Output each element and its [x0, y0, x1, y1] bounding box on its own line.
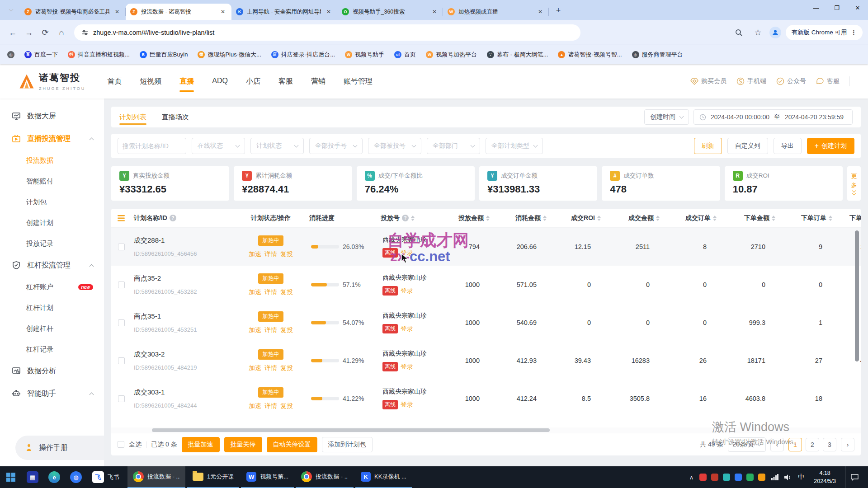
browser-icon[interactable]: ◍ [65, 466, 87, 488]
column-header-下单RO[interactable]: 下单RO [836, 214, 861, 222]
official-account-link[interactable]: 公众号 [776, 77, 806, 85]
bookmark-item[interactable]: ▲诸葛智投-视频号智... [558, 51, 622, 59]
tab-search-button[interactable] [5, 4, 17, 16]
sidebar-item-投流数据[interactable]: 投流数据 [0, 150, 104, 171]
tab-close-icon[interactable]: ✕ [430, 8, 439, 16]
browser-tab[interactable]: K上网导航 - 安全实用的网址导航✕ [231, 4, 337, 20]
start-button[interactable] [0, 466, 22, 488]
login-link[interactable]: 登录 [401, 249, 413, 257]
close-button[interactable]: ✕ [847, 0, 868, 15]
new-tab-button[interactable]: + [552, 4, 565, 17]
tab-close-icon[interactable]: ✕ [113, 8, 121, 16]
reload-button[interactable]: ⟳ [38, 25, 52, 40]
bookmark-item[interactable]: ul首页 [394, 51, 416, 59]
page-size-select[interactable]: 20条/页 [728, 437, 766, 452]
row-checkbox[interactable] [118, 244, 125, 250]
tray-icon-5[interactable] [746, 474, 754, 481]
sidebar-item-杠杆计划[interactable]: 杠杆计划 [0, 297, 104, 318]
chrome-update-chip[interactable]: 有新版 Chrome 可用 ⋮ [786, 25, 863, 40]
nav-item-账号管理[interactable]: 账号管理 [344, 65, 373, 98]
tray-icon-6[interactable] [758, 474, 765, 481]
sort-icon[interactable] [829, 216, 832, 221]
network-icon[interactable] [771, 474, 778, 480]
taskbar-app-KK录像机 ...[interactable]: KKK录像机 ... [355, 466, 412, 488]
op-link-详情[interactable]: 详情 [264, 250, 277, 258]
select-all-label[interactable]: 全选 [129, 441, 142, 449]
row-checkbox[interactable] [118, 395, 125, 402]
action-center-button[interactable] [845, 466, 863, 488]
horizontal-scrollbar-thumb[interactable] [152, 428, 550, 432]
browser-tab[interactable]: O视频号助手_360搜索✕ [337, 4, 443, 20]
filter-select-在线状态[interactable]: 在线状态 [192, 138, 245, 154]
table-row[interactable]: 商点35-1ID:5896261005_453251加热中加速详情复投54.07… [111, 304, 861, 342]
column-settings-button[interactable] [111, 215, 131, 221]
more-stats-button[interactable]: 更多 [847, 166, 861, 201]
op-link-加速[interactable]: 加速 [249, 364, 261, 372]
filter-select-计划状态[interactable]: 计划状态 [250, 138, 304, 154]
back-button[interactable]: ← [5, 25, 20, 40]
custom-columns-button[interactable]: 自定义列 [727, 138, 768, 154]
sort-icon[interactable] [597, 216, 601, 221]
browser-tab[interactable]: Z诸葛智投-视频号电商必备工具✕ [20, 4, 126, 20]
hidden-icons-chevron[interactable]: ∧ [689, 474, 694, 481]
prev-page-button[interactable]: ‹ [770, 438, 784, 451]
column-header-成交订单[interactable]: 成交订单 [663, 214, 720, 222]
home-button[interactable]: ⌂ [54, 25, 69, 40]
browser-menu-icon[interactable]: ⋮ [851, 29, 858, 36]
volume-icon[interactable] [784, 474, 792, 481]
tab-close-icon[interactable]: ✕ [536, 8, 544, 16]
table-row[interactable]: 商点35-2ID:5896261005_453282加热中加速详情复投57.1%… [111, 266, 861, 304]
minimize-button[interactable]: — [806, 0, 826, 15]
bulk-speedup-button[interactable]: 批量加速 [182, 437, 220, 452]
bookmark-item[interactable]: ◎服务商管理平台 [632, 51, 683, 59]
row-checkbox[interactable] [118, 357, 125, 364]
date-range-picker[interactable]: 2024-04-20 00:00:00 至 2024-04-20 23:59:5… [693, 109, 853, 125]
op-link-复投[interactable]: 复投 [280, 250, 293, 258]
nav-item-ADQ[interactable]: ADQ [212, 65, 228, 98]
tab-计划列表[interactable]: 计划列表 [119, 107, 146, 127]
column-header-成交金额[interactable]: 成交金额 [604, 214, 663, 222]
op-link-复投[interactable]: 复投 [280, 364, 293, 372]
op-link-复投[interactable]: 复投 [280, 288, 293, 296]
column-header-计划状态/操作[interactable]: 计划状态/操作 [235, 214, 307, 222]
tray-icon-1[interactable] [699, 474, 707, 481]
op-link-加速[interactable]: 加速 [249, 326, 261, 334]
column-header-下单金额[interactable]: 下单金额 [720, 214, 779, 222]
taskbar-clock[interactable]: 4:18 2024/5/3 [810, 469, 840, 485]
browser-tab[interactable]: Z投流数据 - 诸葛智投✕ [126, 4, 231, 20]
bookmark-item[interactable]: B巨量百应Buyin [140, 51, 188, 59]
bookmark-item[interactable]: ◎ [7, 51, 14, 58]
sidebar-item-智能助手[interactable]: 智能助手 [0, 382, 104, 405]
column-header-消耗进度[interactable]: 消耗进度 [307, 214, 378, 222]
page-button-3[interactable]: 3 [823, 438, 836, 451]
tab-直播场次[interactable]: 直播场次 [162, 107, 189, 127]
row-checkbox[interactable] [118, 282, 125, 288]
vertical-scrollbar[interactable] [855, 230, 859, 380]
tray-icon-4[interactable] [735, 474, 742, 481]
sidebar-item-创建计划[interactable]: 创建计划 [0, 212, 104, 233]
filter-select-全部计划类型[interactable]: 全部计划类型 [486, 138, 543, 154]
pinned-app-icon[interactable]: ▦ [22, 466, 43, 488]
sidebar-item-杠杆投流管理[interactable]: 杠杆投流管理 [0, 254, 104, 277]
browser-tab[interactable]: W加热视频或直播✕ [443, 4, 549, 20]
app-logo[interactable]: 诸葛智投 ZHUGE ZHITOU [18, 71, 85, 91]
page-button-1[interactable]: 1 [788, 438, 802, 451]
column-header-计划名称/ID[interactable]: 计划名称/ID? [131, 214, 235, 222]
bulk-stop-button[interactable]: 批量关停 [224, 437, 262, 452]
bookmark-item[interactable]: W视频号加热平台 [426, 51, 477, 59]
bookmark-item[interactable]: 微微现场Plus-微信大... [198, 51, 261, 59]
op-link-详情[interactable]: 详情 [264, 326, 277, 334]
add-to-package-button[interactable]: 添加到计划包 [322, 437, 373, 452]
manual-button[interactable]: 操作手册 [15, 436, 104, 460]
login-link[interactable]: 登录 [401, 325, 413, 333]
taskbar-app-投流数据 - ...[interactable]: 投流数据 - ... [127, 466, 185, 488]
op-link-复投[interactable]: 复投 [280, 326, 293, 334]
sidebar-item-智能赔付[interactable]: 智能赔付 [0, 171, 104, 192]
sidebar-item-投放记录[interactable]: 投放记录 [0, 233, 104, 254]
op-link-加速[interactable]: 加速 [249, 250, 261, 258]
tray-icon-2[interactable] [711, 474, 718, 481]
horizontal-scrollbar[interactable] [111, 427, 861, 433]
op-link-详情[interactable]: 详情 [264, 288, 277, 296]
filter-select-全部投手号[interactable]: 全部投手号 [309, 138, 363, 154]
bookmark-star-icon[interactable]: ☆ [750, 25, 765, 40]
